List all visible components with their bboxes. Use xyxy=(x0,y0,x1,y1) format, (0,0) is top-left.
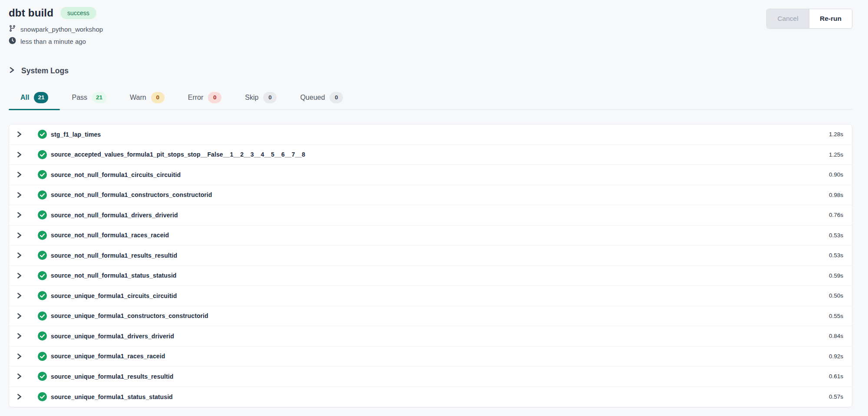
pass-check-icon xyxy=(38,331,47,341)
result-duration: 1.25s xyxy=(829,151,843,158)
result-row[interactable]: source_unique_formula1_constructors_cons… xyxy=(9,306,852,327)
tab-count-badge: 21 xyxy=(34,92,48,103)
pass-check-icon xyxy=(38,170,47,179)
result-duration: 0.76s xyxy=(829,212,843,218)
result-duration: 0.84s xyxy=(829,333,843,339)
result-name: source_unique_formula1_circuits_circuiti… xyxy=(51,292,177,299)
run-detail-page: dbt build success snowpark_python_worksh… xyxy=(0,0,868,407)
cancel-button[interactable]: Cancel xyxy=(767,9,809,28)
tab-count-badge: 0 xyxy=(151,92,165,103)
tab-queued[interactable]: Queued0 xyxy=(288,92,355,109)
result-name: stg_f1_lap_times xyxy=(51,131,101,138)
tab-skip[interactable]: Skip0 xyxy=(233,92,288,109)
result-row[interactable]: stg_f1_lap_times1.28s xyxy=(9,124,852,145)
result-row[interactable]: source_not_null_formula1_constructors_co… xyxy=(9,185,852,206)
pass-check-icon xyxy=(38,190,47,200)
tab-all[interactable]: All21 xyxy=(9,92,60,109)
clock-icon xyxy=(9,37,16,46)
result-name: source_not_null_formula1_constructors_co… xyxy=(51,191,212,198)
result-duration: 0.59s xyxy=(829,272,843,279)
run-actions: Cancel Re-run xyxy=(766,9,852,29)
result-row[interactable]: source_not_null_formula1_results_resulti… xyxy=(9,246,852,266)
result-duration: 0.53s xyxy=(829,252,843,259)
result-name: source_unique_formula1_results_resultid xyxy=(51,373,173,380)
result-row[interactable]: source_not_null_formula1_drivers_driveri… xyxy=(9,205,852,226)
row-expand-chevron-icon[interactable] xyxy=(14,393,24,400)
row-expand-chevron-icon[interactable] xyxy=(14,192,24,198)
tab-label: Error xyxy=(188,94,204,102)
result-row[interactable]: source_unique_formula1_circuits_circuiti… xyxy=(9,286,852,306)
page-title: dbt build xyxy=(9,7,53,19)
pass-check-icon xyxy=(38,231,47,240)
result-duration: 0.61s xyxy=(829,373,843,380)
tab-label: Skip xyxy=(245,94,258,102)
row-expand-chevron-icon[interactable] xyxy=(14,353,24,360)
row-expand-chevron-icon[interactable] xyxy=(14,333,24,339)
tab-count-badge: 0 xyxy=(208,92,221,103)
result-duration: 0.57s xyxy=(829,393,843,400)
tab-count-badge: 0 xyxy=(263,92,277,103)
result-name: source_unique_formula1_drivers_driverid xyxy=(51,333,174,340)
pass-check-icon xyxy=(38,352,47,361)
result-name: source_not_null_formula1_status_statusid xyxy=(51,272,177,279)
result-duration: 0.90s xyxy=(829,171,843,178)
tab-count-badge: 0 xyxy=(330,92,343,103)
row-expand-chevron-icon[interactable] xyxy=(14,151,24,158)
row-expand-chevron-icon[interactable] xyxy=(14,252,24,259)
result-duration: 0.92s xyxy=(829,353,843,360)
result-duration: 0.55s xyxy=(829,313,843,319)
git-branch-icon xyxy=(9,25,16,33)
result-row[interactable]: source_unique_formula1_results_resultid0… xyxy=(9,367,852,387)
run-header: dbt build success snowpark_python_worksh… xyxy=(9,7,852,49)
tab-error[interactable]: Error0 xyxy=(176,92,234,109)
result-name: source_not_null_formula1_circuits_circui… xyxy=(51,171,181,178)
results-list: stg_f1_lap_times1.28ssource_accepted_val… xyxy=(9,124,852,407)
tab-label: Queued xyxy=(300,94,325,102)
row-expand-chevron-icon[interactable] xyxy=(14,212,24,218)
result-name: source_unique_formula1_constructors_cons… xyxy=(51,312,208,319)
result-name: source_accepted_values_formula1_pit_stop… xyxy=(51,151,305,158)
pass-check-icon xyxy=(38,372,47,381)
row-expand-chevron-icon[interactable] xyxy=(14,232,24,239)
row-expand-chevron-icon[interactable] xyxy=(14,373,24,380)
result-name: source_unique_formula1_races_raceid xyxy=(51,353,165,360)
result-row[interactable]: source_accepted_values_formula1_pit_stop… xyxy=(9,145,852,165)
result-name: source_not_null_formula1_races_raceid xyxy=(51,232,169,239)
row-expand-chevron-icon[interactable] xyxy=(14,171,24,178)
row-expand-chevron-icon[interactable] xyxy=(14,313,24,319)
result-row[interactable]: source_unique_formula1_drivers_driverid0… xyxy=(9,326,852,347)
row-expand-chevron-icon[interactable] xyxy=(14,272,24,279)
result-name: source_not_null_formula1_drivers_driveri… xyxy=(51,212,178,219)
tab-label: Pass xyxy=(72,94,87,102)
result-row[interactable]: source_unique_formula1_status_statusid0.… xyxy=(9,387,852,407)
result-row[interactable]: source_unique_formula1_races_raceid0.92s xyxy=(9,347,852,367)
result-row[interactable]: source_not_null_formula1_status_statusid… xyxy=(9,266,852,286)
pass-check-icon xyxy=(38,291,47,300)
row-expand-chevron-icon[interactable] xyxy=(14,131,24,138)
tab-label: All xyxy=(20,94,29,102)
run-time-ago: less than a minute ago xyxy=(20,38,86,45)
run-header-left: dbt build success snowpark_python_worksh… xyxy=(9,7,103,49)
rerun-button[interactable]: Re-run xyxy=(809,9,852,28)
result-duration: 0.50s xyxy=(829,292,843,299)
row-expand-chevron-icon[interactable] xyxy=(14,292,24,299)
system-logs-toggle[interactable]: System Logs xyxy=(9,66,852,75)
pass-check-icon xyxy=(38,392,47,401)
result-duration: 0.53s xyxy=(829,232,843,239)
result-name: source_unique_formula1_status_statusid xyxy=(51,393,173,400)
pass-check-icon xyxy=(38,130,47,139)
result-name: source_not_null_formula1_results_resulti… xyxy=(51,252,177,259)
pass-check-icon xyxy=(38,251,47,260)
pass-check-icon xyxy=(38,210,47,219)
tab-pass[interactable]: Pass21 xyxy=(60,92,118,109)
branch-name: snowpark_python_workshop xyxy=(20,26,103,33)
pass-check-icon xyxy=(38,150,47,159)
pass-check-icon xyxy=(38,271,47,280)
tab-warn[interactable]: Warn0 xyxy=(118,92,176,109)
result-duration: 1.28s xyxy=(829,131,843,138)
system-logs-label: System Logs xyxy=(21,66,69,75)
result-row[interactable]: source_not_null_formula1_circuits_circui… xyxy=(9,165,852,185)
result-duration: 0.98s xyxy=(829,192,843,198)
result-row[interactable]: source_not_null_formula1_races_raceid0.5… xyxy=(9,226,852,246)
chevron-right-icon xyxy=(9,66,15,75)
